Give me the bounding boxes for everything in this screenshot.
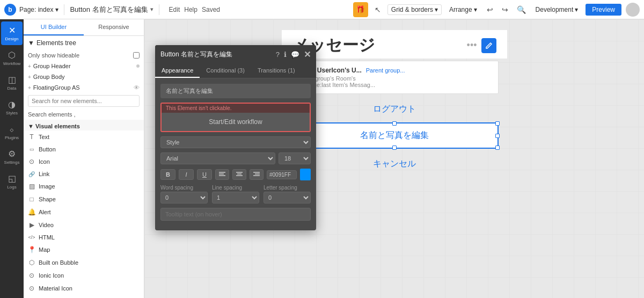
color-picker[interactable] [300, 169, 311, 180]
sidebar-item-styles[interactable]: ◑ Styles [1, 96, 23, 119]
element-video[interactable]: ▶ Video [24, 219, 144, 231]
word-spacing-select[interactable]: 0 [160, 192, 208, 203]
edit-icon-btn[interactable] [481, 38, 496, 53]
sidebar-item-data[interactable]: ◫ Data [1, 71, 23, 95]
button-icon: ▭ [28, 147, 35, 152]
sidebar-item-workflow[interactable]: ⬡ Workflow [1, 46, 23, 70]
letter-spacing-select[interactable]: 0 [264, 192, 311, 203]
font-select[interactable]: Arial [160, 152, 275, 164]
plus-icon3: + [28, 85, 31, 91]
align-left-btn[interactable] [215, 169, 229, 180]
style-select[interactable]: Style [160, 136, 311, 148]
handle-mr[interactable] [495, 134, 500, 138]
edit-btn-container[interactable]: 名前と写真を編集 [290, 122, 499, 149]
saved-status: Saved [202, 6, 220, 13]
modal-dialog: Button 名前と写真を編集 ? ℹ 💬 ✕ Appearance Condi… [155, 45, 316, 230]
element-builton[interactable]: ⬡ Built on Bubble [24, 256, 144, 269]
info-icon[interactable]: ℹ [284, 50, 287, 59]
sidebar-item-plugins[interactable]: ⬦ Plugins [1, 120, 23, 144]
comment-icon[interactable]: 💬 [291, 50, 299, 59]
element-link[interactable]: 🔗 Link [24, 168, 144, 180]
search-btn[interactable]: 🔍 [515, 4, 528, 15]
handle-bc[interactable] [392, 146, 397, 150]
cancel-btn[interactable]: キャンセル [373, 159, 416, 168]
arrange-btn[interactable]: Arrange ▾ [446, 5, 480, 14]
topbar-actions: Edit Help Saved [169, 6, 220, 13]
tree-item-group-body[interactable]: + Group Body [24, 71, 144, 82]
italic-btn[interactable]: I [179, 169, 194, 180]
element-button[interactable]: ▭ Button [24, 143, 144, 155]
grid-borders-btn[interactable]: Grid & borders ▾ [387, 4, 442, 15]
undo-btn[interactable]: ↩ [485, 4, 495, 15]
size-select[interactable]: 18 [279, 152, 311, 164]
user-avatar[interactable] [626, 3, 640, 17]
parent-group-link[interactable]: Parent group... [366, 67, 405, 74]
tab-responsive[interactable]: Responsive [84, 19, 144, 35]
handle-br[interactable] [495, 146, 500, 150]
search-elements-item[interactable]: Search elements , [24, 109, 144, 120]
underline-btn[interactable]: U [197, 169, 212, 180]
element-image[interactable]: ▨ Image [24, 180, 144, 193]
workflow-hint: This Element isn't clickable. [162, 104, 310, 113]
element-install[interactable]: + Install more... [24, 295, 144, 298]
group-card-sub1: Parent group's Room's [296, 75, 493, 82]
more-icon[interactable]: ••• [467, 40, 477, 51]
button-title-arrow[interactable]: ▾ [150, 6, 153, 13]
handle-tr[interactable] [495, 121, 500, 126]
modal-tab-appearance[interactable]: Appearance [155, 64, 200, 78]
button-title: Button 名前と写真を編集 ▾ [70, 5, 153, 14]
help-icon[interactable]: ? [276, 50, 280, 59]
tree-item-group-header[interactable]: + Group Header [24, 61, 144, 71]
word-spacing-label: Word spacing [160, 185, 208, 191]
modal-close-btn[interactable]: ✕ [304, 49, 311, 60]
page-selector[interactable]: Page: index ▾ [19, 6, 58, 13]
video-icon: ▶ [28, 221, 35, 229]
element-ionic[interactable]: ⊙ Ionic Icon [24, 269, 144, 282]
sidebar-item-design[interactable]: ✕ Design [1, 21, 23, 45]
material-icon: ⊙ [28, 285, 35, 292]
tooltip-input[interactable] [160, 208, 311, 221]
bold-btn[interactable]: B [160, 169, 175, 180]
align-center-btn[interactable] [232, 169, 246, 180]
workflow-label: Workflow [3, 61, 21, 66]
redo-btn[interactable]: ↪ [500, 4, 510, 15]
cursor-tool-btn[interactable]: ↖ [372, 4, 383, 15]
element-shape[interactable]: □ Shape [24, 193, 144, 206]
map-icon: 📍 [28, 246, 35, 253]
workflow-btn[interactable]: Start/Edit workflow [162, 113, 310, 131]
show-hideable-checkbox[interactable] [133, 52, 140, 59]
button-title-text: Button 名前と写真を編集 [70, 5, 148, 14]
elements-tree-header: ▼ Elements tree [24, 36, 144, 50]
elements-search-input[interactable] [28, 95, 140, 107]
line-spacing-select[interactable]: 1 [212, 192, 259, 203]
preview-btn[interactable]: Preview [586, 4, 621, 16]
tab-ui-builder[interactable]: UI Builder [24, 19, 84, 35]
btn-title-input[interactable]: 名前と写真を編集 [160, 84, 311, 98]
element-map[interactable]: 📍 Map [24, 243, 144, 256]
letter-spacing-item: Letter spacing 0 [264, 185, 311, 203]
logout-btn[interactable]: ログアウト [373, 104, 416, 113]
help-menu[interactable]: Help [184, 6, 197, 13]
modal-tab-conditional[interactable]: Conditional (3) [200, 64, 251, 78]
handle-tc[interactable] [392, 121, 397, 126]
arrange-arrow: ▾ [474, 6, 477, 13]
plugins-label: Plugins [5, 135, 19, 140]
gift-button[interactable]: 🎁 [353, 2, 368, 17]
modal-tab-transitions[interactable]: Transitions (1) [251, 64, 302, 78]
tree-item-floating-group[interactable]: + FloatingGroup AS 👁 [24, 82, 144, 93]
element-alert[interactable]: 🔔 Alert [24, 206, 144, 219]
page-dropdown-arrow[interactable]: ▾ [55, 6, 58, 13]
element-material[interactable]: ⊙ Material Icon [24, 282, 144, 295]
align-right-btn[interactable] [250, 169, 264, 180]
panel-sidebar: UI Builder Responsive ▼ Elements tree On… [24, 19, 144, 298]
edit-menu[interactable]: Edit [169, 6, 180, 13]
sidebar-item-logs[interactable]: ◱ Logs [1, 170, 23, 193]
dev-arrow: ▾ [575, 6, 578, 13]
element-text[interactable]: T Text [24, 130, 144, 143]
development-btn[interactable]: Development ▾ [532, 5, 582, 14]
element-html[interactable]: </> HTML [24, 231, 144, 243]
visual-elements-section: ▼ Visual elements [24, 120, 144, 130]
left-sidebar: ✕ Design ⬡ Workflow ◫ Data ◑ Styles ⬦ Pl… [0, 19, 24, 298]
element-icon[interactable]: ⊙ Icon [24, 155, 144, 168]
sidebar-item-settings[interactable]: ⚙ Settings [1, 145, 23, 169]
